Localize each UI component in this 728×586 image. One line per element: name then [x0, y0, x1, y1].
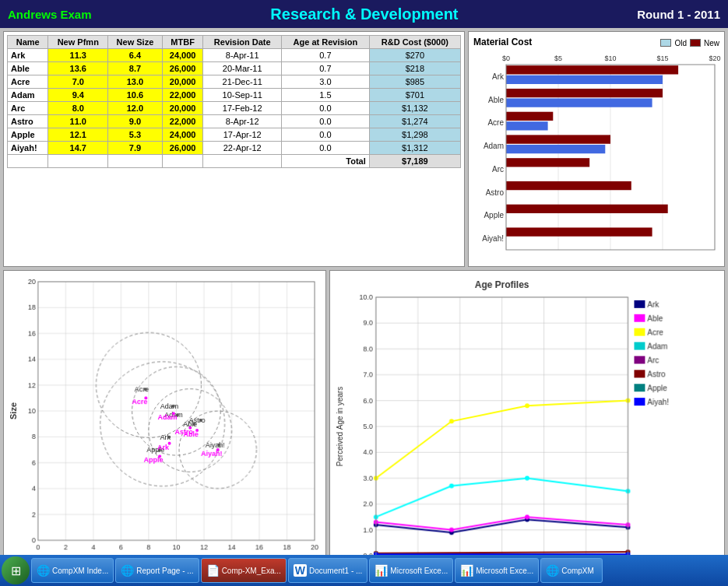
table-cell: 1.5 — [282, 89, 370, 102]
table-row: Ark11.36.424,0008-Apr-110.7$270 — [8, 49, 461, 62]
table-cell: $1,132 — [369, 102, 460, 115]
total-cell — [8, 155, 48, 168]
table-row: Astro11.09.022,0008-Apr-120.0$1,274 — [8, 115, 461, 128]
col-revdate: Revision Date — [203, 36, 282, 49]
table-cell: 21-Dec-11 — [203, 75, 282, 89]
table-cell: 17-Apr-12 — [203, 128, 282, 142]
table-cell: 5.3 — [108, 128, 163, 142]
taskbar-icon-0: 🌐 — [37, 564, 50, 577]
table-cell: 0.0 — [282, 115, 370, 128]
table-cell: 22,000 — [162, 115, 203, 128]
table-cell: 0.7 — [282, 62, 370, 75]
taskbar-icon-2: 📄 — [206, 564, 220, 577]
taskbar-text-5: Microsoft Exce... — [476, 567, 533, 575]
table-cell: 9.4 — [48, 89, 108, 102]
taskbar-text-1: Report Page - ... — [136, 567, 193, 575]
table-cell: 20,000 — [162, 75, 203, 89]
table-cell: 8.0 — [48, 102, 108, 115]
start-button[interactable]: ⊞ — [2, 556, 30, 584]
table-cell: 7.0 — [48, 75, 108, 89]
table-cell: 13.0 — [108, 75, 163, 89]
table-cell: 24,000 — [162, 128, 203, 142]
table-cell: 8-Apr-11 — [203, 49, 282, 62]
total-cell — [108, 155, 163, 168]
table-cell: $985 — [369, 75, 460, 89]
perceptual-map-container — [3, 270, 326, 583]
table-cell: 8-Apr-12 — [203, 115, 282, 128]
table-cell: 0.0 — [282, 102, 370, 115]
header: Andrews Exam Research & Development Roun… — [0, 0, 728, 28]
table-row: Apple12.15.324,00017-Apr-120.0$1,298 — [8, 128, 461, 142]
table-row: Adam9.410.622,00010-Sep-111.5$701 — [8, 89, 461, 102]
material-cost-chart — [473, 49, 721, 258]
taskbar-icon-6: 🌐 — [546, 564, 559, 577]
col-age: Age at Revision — [282, 36, 370, 49]
taskbar-item-3[interactable]: WDocument1 - ... — [288, 558, 368, 583]
page-title: Research & Development — [270, 5, 458, 23]
taskbar-icon-4: 📊 — [375, 564, 388, 577]
table-cell: 8.7 — [108, 62, 163, 75]
taskbar-item-1[interactable]: 🌐Report Page - ... — [115, 558, 199, 583]
table-row: Acre7.013.020,00021-Dec-113.0$985 — [8, 75, 461, 89]
app-title: Andrews Exam — [8, 8, 92, 21]
total-cell: $7,189 — [369, 155, 460, 168]
table-cell: 6.4 — [108, 49, 163, 62]
taskbar-item-4[interactable]: 📊Microsoft Exce... — [369, 558, 453, 583]
table-cell: 26,000 — [162, 142, 203, 155]
taskbar-icon-1: 🌐 — [121, 564, 134, 577]
table-cell: Apple — [8, 128, 48, 142]
table-cell: $1,312 — [369, 142, 460, 155]
table-cell: 13.6 — [48, 62, 108, 75]
col-size: New Size — [108, 36, 163, 49]
taskbar-text-2: Comp-XM_Exa... — [222, 567, 281, 575]
taskbar-text-0: CompXM Inde... — [52, 567, 108, 575]
table-cell: $701 — [369, 89, 460, 102]
table-cell: 20,000 — [162, 102, 203, 115]
material-cost-container: Material Cost Old New — [468, 31, 725, 267]
bottom-section — [3, 270, 725, 583]
taskbar-text-4: Microsoft Exce... — [390, 567, 448, 575]
table-cell: 12.0 — [108, 102, 163, 115]
taskbar-item-2[interactable]: 📄Comp-XM_Exa... — [201, 558, 287, 583]
table-cell: Arc — [8, 102, 48, 115]
table-cell: 10.6 — [108, 89, 163, 102]
table-row: Aiyah!14.77.926,00022-Apr-120.0$1,312 — [8, 142, 461, 155]
age-profiles-chart — [333, 274, 721, 579]
table-cell: Astro — [8, 115, 48, 128]
perceptual-map-chart — [7, 274, 322, 579]
age-profiles-container — [329, 270, 725, 583]
taskbar-item-6[interactable]: 🌐CompXM — [540, 558, 603, 583]
total-row: Total$7,189 — [8, 155, 461, 168]
taskbar-item-0[interactable]: 🌐CompXM Inde... — [31, 558, 114, 583]
table-cell: 20-Mar-11 — [203, 62, 282, 75]
legend-old: Old — [674, 39, 687, 47]
table-cell: $1,298 — [369, 128, 460, 142]
col-name: Name — [8, 36, 48, 49]
main-content: Name New Pfmn New Size MTBF Revision Dat… — [0, 28, 728, 586]
material-cost-title: Material Cost — [473, 37, 532, 47]
table-cell: Aiyah! — [8, 142, 48, 155]
table-cell: 14.7 — [48, 142, 108, 155]
table-cell: 10-Sep-11 — [203, 89, 282, 102]
table-row: Arc8.012.020,00017-Feb-120.0$1,132 — [8, 102, 461, 115]
table-cell: 11.0 — [48, 115, 108, 128]
table-cell: 26,000 — [162, 62, 203, 75]
table-cell: 17-Feb-12 — [203, 102, 282, 115]
table-cell: 3.0 — [282, 75, 370, 89]
table-cell: 7.9 — [108, 142, 163, 155]
total-cell — [162, 155, 203, 168]
taskbar-item-5[interactable]: 📊Microsoft Exce... — [455, 558, 539, 583]
table-cell: Able — [8, 62, 48, 75]
table-cell: 0.0 — [282, 142, 370, 155]
col-pfmn: New Pfmn — [48, 36, 108, 49]
table-cell: 9.0 — [108, 115, 163, 128]
rd-table-container: Name New Pfmn New Size MTBF Revision Dat… — [3, 31, 465, 267]
col-cost: R&D Cost ($000) — [369, 36, 460, 49]
rd-table: Name New Pfmn New Size MTBF Revision Dat… — [7, 35, 461, 168]
table-cell: 22,000 — [162, 89, 203, 102]
taskbar-text-6: CompXM — [561, 567, 594, 575]
table-cell: 24,000 — [162, 49, 203, 62]
total-cell: Total — [282, 155, 370, 168]
taskbar-icon-5: 📊 — [460, 564, 473, 577]
taskbar-text-3: Document1 - ... — [309, 567, 362, 575]
